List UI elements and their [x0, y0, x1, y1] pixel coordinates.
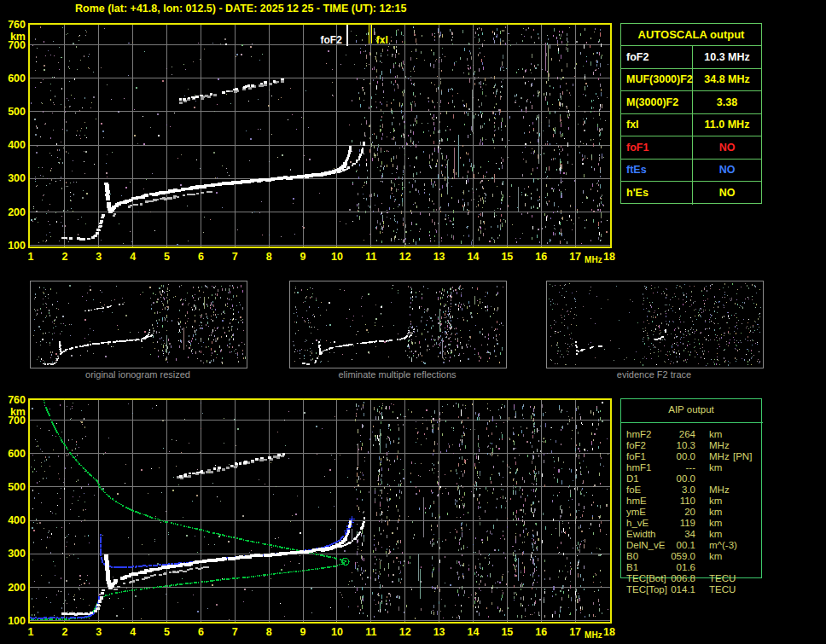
height-tick-label: 500: [2, 106, 26, 118]
aip-row-foF2: foF210.3MHz: [620, 440, 762, 451]
grid: [29, 24, 611, 247]
ionogram-plot-top: foF2fxI: [28, 23, 612, 248]
freq-tick-label: 15: [497, 626, 516, 638]
freq-tick-label: 18: [600, 251, 619, 263]
aip-param-unit: km: [709, 551, 722, 562]
height-tick-label: 500: [2, 481, 26, 493]
freq-tick-label: 17: [566, 626, 585, 638]
freq-tick-label: 3: [90, 626, 108, 638]
autoscala-row-ftEs: ftEsNO: [621, 160, 761, 183]
fxI-marker-label: fxI: [376, 34, 388, 46]
aip-row-ymE: ymE20km: [620, 507, 762, 518]
thumbnail-original-ionogram: [30, 281, 247, 368]
frequency-markers: foF2fxI: [321, 24, 388, 46]
freq-tick-label: 18: [600, 626, 619, 638]
aip-row-hmF2: hmF2264km: [620, 429, 762, 440]
aip-param-value: 3.0: [627, 484, 695, 496]
autoscala-row-fxI: fxI11.0 MHz: [621, 114, 761, 137]
aip-param-unit: MHz: [709, 451, 730, 462]
aip-param-value: 110: [627, 496, 695, 507]
freq-tick-label: 9: [294, 626, 312, 638]
freq-tick-label: 1: [21, 251, 40, 263]
freq-unit-label: MHz: [585, 255, 602, 264]
aip-param-value: 006.8: [627, 573, 695, 584]
freq-tick-label: 12: [396, 626, 415, 638]
height-unit-label: km: [2, 406, 26, 418]
aip-param-value: 014.1: [627, 584, 695, 595]
aip-param-unit: MHz: [709, 484, 730, 496]
ionogram-trace: [61, 78, 365, 241]
aip-param-value: 00.1: [627, 540, 695, 551]
thumbnail-caption-1: original ionogram resized: [30, 369, 246, 380]
station-title: Rome (lat: +41.8, lon: 012.5) - DATE: 20…: [75, 3, 406, 15]
aip-param-value: 059.0: [627, 551, 695, 562]
aip-param-value: 264: [627, 429, 695, 440]
thumb-content: [549, 283, 761, 366]
height-tick-label: 300: [2, 548, 26, 560]
aip-row-foF1: foF100.0MHz[PN]: [620, 451, 762, 462]
thumbnail-caption-2: eliminate multiple reflections: [289, 369, 505, 380]
aip-param-unit: km: [709, 462, 722, 473]
autoscala-param-value: 34.8 MHz: [693, 69, 761, 91]
aip-param-value: 119: [627, 518, 695, 529]
noise-speckle: [31, 26, 608, 246]
freq-tick-label: 13: [430, 251, 449, 263]
foF2-marker-label: foF2: [321, 34, 343, 46]
aip-param-unit: km: [709, 529, 722, 540]
freq-tick-label: 7: [225, 251, 244, 263]
freq-tick-label: 10: [328, 251, 346, 263]
aip-row-TEC[Top]: TEC[Top]014.1TECU: [620, 584, 762, 595]
fitted-trace: [30, 516, 355, 619]
plot-border: [29, 24, 611, 247]
freq-tick-label: 4: [124, 251, 143, 263]
autoscala-row-foF1: foF1NO: [621, 136, 761, 160]
aip-param-unit: km: [709, 429, 722, 440]
aip-param-value: 00.0: [627, 451, 695, 462]
height-tick-label: 600: [2, 448, 26, 460]
freq-tick-label: 5: [158, 251, 177, 263]
freq-tick-label: 6: [191, 626, 210, 638]
height-tick-label: 300: [2, 172, 26, 184]
height-tick-label: 400: [2, 514, 26, 526]
height-tick-label: 200: [2, 582, 26, 594]
autoscala-row-M(3000)F2: M(3000)F23.38: [621, 91, 761, 114]
thumbnail-eliminate-reflections: [289, 281, 507, 368]
aip-row-DelN_vE: DelN_vE00.1m^(-3): [620, 540, 762, 551]
autoscala-output-table: AUTOSCALA output foF210.3 MHzMUF(3000)F2…: [620, 23, 762, 204]
aip-rows: hmF2264kmfoF210.3MHzfoF100.0MHz[PN]hmF1-…: [620, 429, 762, 595]
freq-tick-label: 5: [158, 626, 177, 638]
freq-tick-label: 11: [362, 626, 381, 638]
autoscala-param-value: NO: [693, 160, 761, 182]
freq-tick-label: 8: [259, 251, 278, 263]
freq-tick-label: 17: [566, 251, 585, 263]
aip-param-value: 01.6: [627, 562, 695, 573]
height-tick-label: 200: [2, 206, 26, 218]
autoscala-param-value: 11.0 MHz: [693, 114, 761, 136]
aip-row-hmE: hmE110km: [620, 496, 762, 507]
thumbnail-evidence-f2-trace: [546, 281, 764, 368]
aip-param-value: 00.0: [627, 473, 695, 484]
autoscala-table-title: AUTOSCALA output: [621, 24, 761, 46]
autoscala-param-label: M(3000)F2: [621, 91, 693, 113]
freq-tick-label: 6: [191, 251, 210, 263]
aip-row-foE: foE3.0MHz: [620, 484, 762, 496]
autoscala-param-label: foF1: [621, 136, 693, 159]
autoscala-row-MUF(3000)F2: MUF(3000)F234.8 MHz: [621, 69, 761, 92]
aip-param-unit: km: [709, 507, 722, 518]
aip-param-value: 10.3: [627, 440, 695, 451]
freq-tick-label: 2: [55, 626, 74, 638]
aip-row-hmF1: hmF1---km: [620, 462, 762, 473]
autoscala-param-value: NO: [693, 136, 761, 159]
freq-tick-label: 13: [430, 626, 449, 638]
freq-tick-label: 9: [294, 251, 312, 263]
aip-row-D1: D100.0: [620, 473, 762, 484]
aip-param-unit: km: [709, 496, 722, 507]
autoscala-param-label: ftEs: [621, 160, 693, 182]
autoscala-param-label: h'Es: [621, 182, 693, 205]
autoscala-param-value: 10.3 MHz: [693, 46, 761, 68]
aip-row-B0: B0059.0km: [620, 551, 762, 562]
aip-param-unit: TECU: [709, 573, 736, 584]
autoscala-row-h'Es: h'EsNO: [621, 182, 761, 205]
aip-title-separator: [621, 422, 763, 423]
aip-row-h_vE: h_vE119km: [620, 518, 762, 529]
